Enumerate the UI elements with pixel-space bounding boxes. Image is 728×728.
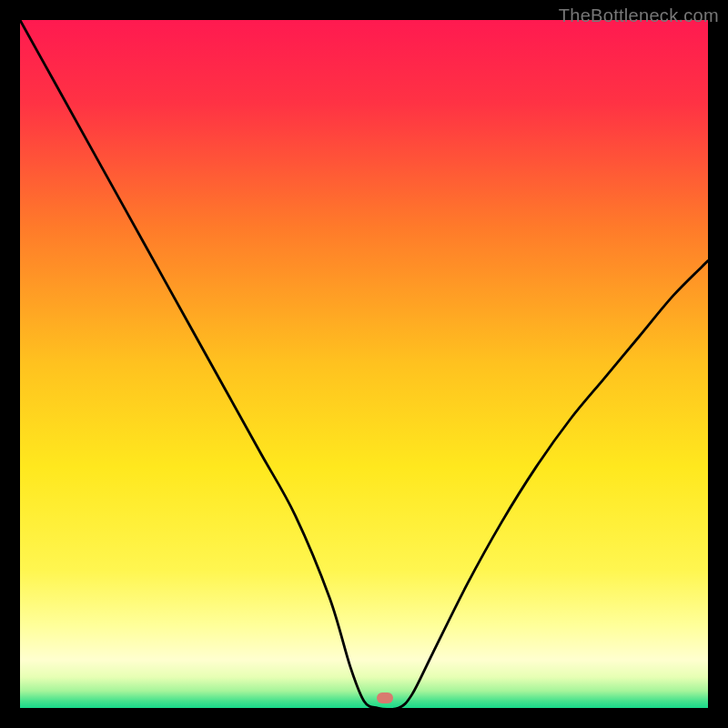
optimum-marker <box>377 693 393 703</box>
chart-plot-area <box>20 20 708 708</box>
watermark-text: TheBottleneck.com <box>559 5 719 26</box>
gradient-background <box>20 20 708 708</box>
chart-svg <box>20 20 708 708</box>
chart-frame: TheBottleneck.com <box>0 0 728 728</box>
